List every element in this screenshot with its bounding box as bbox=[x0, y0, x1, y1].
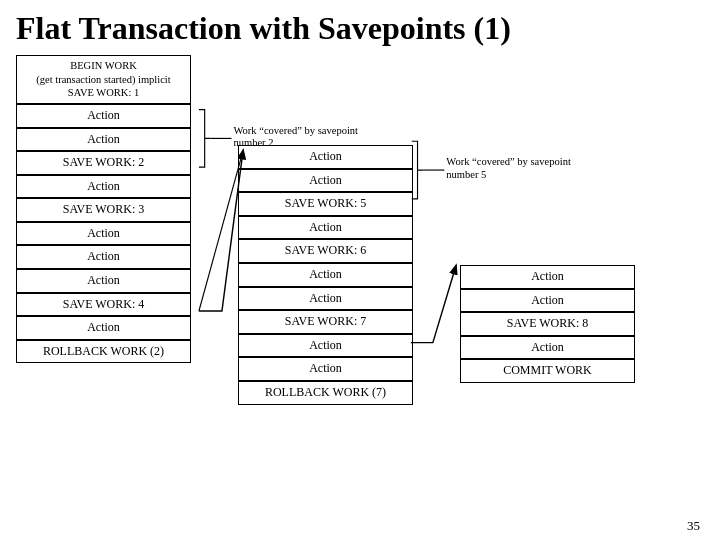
col1-row-9: Action bbox=[16, 316, 191, 340]
svg-text:Work “covered” by savepoint: Work “covered” by savepoint bbox=[233, 125, 358, 136]
col2-row-0: Action bbox=[238, 145, 413, 169]
col1-row-1: Action bbox=[16, 128, 191, 152]
col1: BEGIN WORK(get transaction started) impl… bbox=[16, 55, 191, 363]
col3-row-4: COMMIT WORK bbox=[460, 359, 635, 383]
col2-row-8: Action bbox=[238, 334, 413, 358]
col2-row-1: Action bbox=[238, 169, 413, 193]
col2-row-6: Action bbox=[238, 287, 413, 311]
col3-row-0: Action bbox=[460, 265, 635, 289]
page-number: 35 bbox=[687, 518, 700, 534]
col1-header: BEGIN WORK(get transaction started) impl… bbox=[16, 55, 191, 104]
svg-text:Work “covered” by savepoint: Work “covered” by savepoint bbox=[446, 156, 571, 167]
svg-line-3 bbox=[199, 151, 243, 311]
col2-row-5: Action bbox=[238, 263, 413, 287]
col2-row-7: SAVE WORK: 7 bbox=[238, 310, 413, 334]
col1-row-6: Action bbox=[16, 245, 191, 269]
col3-row-3: Action bbox=[460, 336, 635, 360]
col3-row-2: SAVE WORK: 8 bbox=[460, 312, 635, 336]
col3-row-1: Action bbox=[460, 289, 635, 313]
col2-row-2: SAVE WORK: 5 bbox=[238, 192, 413, 216]
col1-row-3: Action bbox=[16, 175, 191, 199]
col2-row-3: Action bbox=[238, 216, 413, 240]
col1-row-10: ROLLBACK WORK (2) bbox=[16, 340, 191, 364]
col2: Action Action SAVE WORK: 5 Action SAVE W… bbox=[238, 145, 413, 405]
col1-row-7: Action bbox=[16, 269, 191, 293]
col1-row-0: Action bbox=[16, 104, 191, 128]
col1-row-8: SAVE WORK: 4 bbox=[16, 293, 191, 317]
col2-row-4: SAVE WORK: 6 bbox=[238, 239, 413, 263]
col1-row-5: Action bbox=[16, 222, 191, 246]
col1-row-2: SAVE WORK: 2 bbox=[16, 151, 191, 175]
col3: Action Action SAVE WORK: 8 Action COMMIT… bbox=[460, 265, 635, 383]
col2-row-9: Action bbox=[238, 357, 413, 381]
col1-row-4: SAVE WORK: 3 bbox=[16, 198, 191, 222]
col2-row-10: ROLLBACK WORK (7) bbox=[238, 381, 413, 405]
page-title: Flat Transaction with Savepoints (1) bbox=[0, 0, 720, 53]
svg-text:number 5: number 5 bbox=[446, 169, 486, 180]
